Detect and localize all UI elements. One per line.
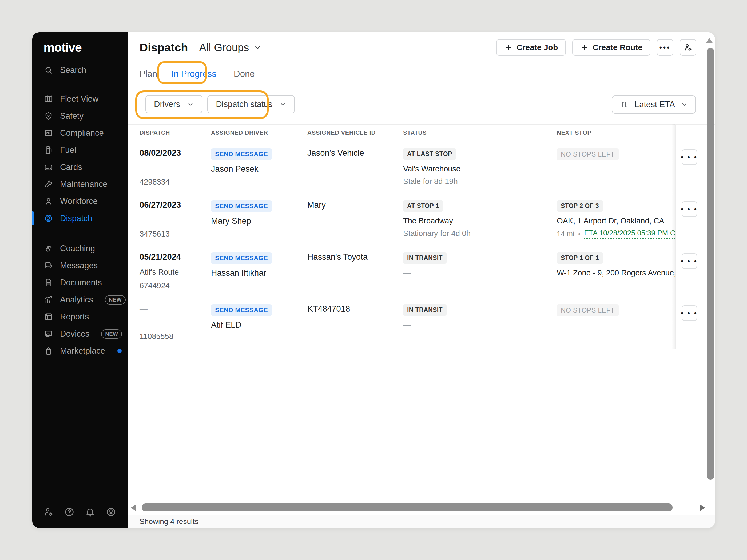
dispatch-status-filter-label: Dispatch status bbox=[216, 100, 273, 109]
vehicle-id: KT4847018 bbox=[307, 304, 403, 314]
tab-in-progress[interactable]: In Progress bbox=[171, 69, 216, 79]
dispatch-route: — bbox=[139, 216, 211, 225]
row-more-button[interactable]: ● ● ● bbox=[681, 305, 697, 321]
send-message-chip[interactable]: SEND MESSAGE bbox=[211, 252, 272, 264]
sidebar-item-label: Devices bbox=[60, 329, 89, 339]
sidebar-item-reports[interactable]: Reports bbox=[32, 308, 128, 325]
vehicle-id: Mary bbox=[307, 200, 403, 210]
sidebar-item-maintenance[interactable]: Maintenance bbox=[32, 176, 128, 193]
more-actions-button[interactable]: ••• bbox=[657, 39, 673, 56]
create-route-button[interactable]: Create Route bbox=[572, 39, 650, 56]
help-icon[interactable] bbox=[64, 507, 75, 517]
row-more-button[interactable]: ● ● ● bbox=[681, 201, 697, 217]
vehicle-cell: Hassan's Toyota bbox=[307, 252, 403, 297]
sidebar-item-cards[interactable]: Cards bbox=[32, 159, 128, 176]
sidebar-item-workforce[interactable]: Workforce bbox=[32, 193, 128, 210]
status-badge: IN TRANSIT bbox=[403, 304, 446, 316]
next-stop-badge: STOP 2 OF 3 bbox=[557, 200, 603, 212]
tab-done[interactable]: Done bbox=[234, 69, 255, 79]
user-settings-button[interactable] bbox=[680, 39, 696, 56]
chat-icon bbox=[44, 261, 53, 270]
create-job-button[interactable]: Create Job bbox=[496, 39, 566, 56]
table-row: 08/02/2023 — 4298334 SEND MESSAGE Jason … bbox=[128, 141, 715, 193]
next-stop-badge: NO STOPS LEFT bbox=[557, 304, 619, 316]
document-icon bbox=[44, 278, 53, 287]
compliance-icon bbox=[44, 129, 53, 138]
column-header-assigned-driver: ASSIGNED DRIVER bbox=[211, 129, 307, 136]
sidebar-item-compliance[interactable]: Compliance bbox=[32, 125, 128, 141]
sidebar-item-analytics[interactable]: Analytics NEW bbox=[32, 291, 128, 308]
sidebar-bottom-icons bbox=[32, 507, 128, 528]
sidebar-item-coaching[interactable]: Coaching bbox=[32, 240, 128, 257]
dispatch-id: 6744924 bbox=[139, 281, 211, 290]
vehicle-cell: Mary bbox=[307, 200, 403, 245]
credit-card-icon bbox=[44, 163, 53, 172]
tab-plan[interactable]: Plan bbox=[139, 69, 157, 79]
plus-icon bbox=[580, 43, 589, 52]
table-row: 06/27/2023 — 3475613 SEND MESSAGE Mary S… bbox=[128, 193, 715, 245]
dispatch-status-filter[interactable]: Dispatch status bbox=[207, 95, 295, 113]
group-selector[interactable]: All Groups bbox=[199, 42, 262, 54]
active-indicator bbox=[32, 211, 34, 225]
drivers-filter[interactable]: Drivers bbox=[146, 95, 203, 113]
sidebar-item-fuel[interactable]: Fuel bbox=[32, 141, 128, 159]
dispatch-date: — bbox=[139, 304, 211, 313]
driver-cell: SEND MESSAGE Jason Pesek bbox=[211, 148, 307, 193]
scrollbar-right-arrow[interactable] bbox=[699, 504, 705, 511]
tab-bar: Plan In Progress Done bbox=[139, 67, 255, 81]
notifications-bell-icon[interactable] bbox=[85, 507, 96, 517]
next-stop-badge: STOP 1 OF 1 bbox=[557, 252, 603, 264]
table-row: 05/21/2024 Atif's Route 6744924 SEND MES… bbox=[128, 245, 715, 297]
sidebar-item-label: Fleet View bbox=[60, 94, 99, 104]
send-message-chip[interactable]: SEND MESSAGE bbox=[211, 148, 272, 160]
next-stop-cell: STOP 2 OF 3 OAK, 1 Airport Dr, Oakland, … bbox=[557, 200, 675, 245]
sidebar-item-messages[interactable]: Messages bbox=[32, 257, 128, 274]
sidebar-item-safety[interactable]: Safety bbox=[32, 107, 128, 125]
status-place: — bbox=[403, 269, 557, 277]
motive-logo: motive bbox=[32, 32, 128, 54]
eta-link[interactable]: ETA 10/28/2025 05:39 PM CDT bbox=[584, 229, 675, 239]
status-place: — bbox=[403, 321, 557, 329]
row-more-button[interactable]: ● ● ● bbox=[681, 149, 697, 165]
status-place: Val's Warehouse bbox=[403, 164, 557, 174]
column-header-assigned-vehicle-id: ASSIGNED VEHICLE ID bbox=[307, 129, 403, 136]
driver-cell: SEND MESSAGE Hassan Iftikhar bbox=[211, 252, 307, 297]
ellipsis-icon: ••• bbox=[660, 46, 671, 49]
send-message-chip[interactable]: SEND MESSAGE bbox=[211, 200, 272, 212]
sidebar-item-marketplace[interactable]: Marketplace bbox=[32, 342, 128, 359]
vehicle-cell: KT4847018 bbox=[307, 304, 403, 349]
next-stop-cell: STOP 1 OF 1 W-1 Zone - 9, 200 Rogers Ave… bbox=[557, 252, 675, 297]
vertical-scrollbar-thumb[interactable] bbox=[707, 48, 714, 480]
driver-cell: SEND MESSAGE Mary Shep bbox=[211, 200, 307, 245]
sidebar-search[interactable]: Search bbox=[32, 61, 128, 79]
shopping-bag-icon bbox=[44, 346, 53, 355]
next-stop-badge: NO STOPS LEFT bbox=[557, 148, 619, 160]
user-settings-icon[interactable] bbox=[43, 507, 54, 517]
sidebar-item-label: Workforce bbox=[60, 196, 98, 206]
account-icon[interactable] bbox=[106, 507, 116, 517]
driver-name: Jason Pesek bbox=[211, 164, 307, 174]
sort-button[interactable]: Latest ETA bbox=[612, 96, 696, 114]
sidebar-item-label: Compliance bbox=[60, 128, 104, 138]
column-header-status: STATUS bbox=[403, 129, 557, 136]
status-cell: AT STOP 1 The Broadway Stationary for 4d… bbox=[403, 200, 557, 245]
next-stop-cell: NO STOPS LEFT bbox=[557, 304, 675, 349]
sidebar-item-documents[interactable]: Documents bbox=[32, 274, 128, 291]
dispatch-route: — bbox=[139, 164, 211, 173]
wrench-icon bbox=[44, 180, 53, 189]
sort-arrows-icon bbox=[620, 100, 629, 109]
row-more-button[interactable]: ● ● ● bbox=[681, 253, 697, 269]
sidebar-item-label: Safety bbox=[60, 111, 83, 121]
send-message-chip[interactable]: SEND MESSAGE bbox=[211, 304, 272, 316]
horizontal-scrollbar-thumb[interactable] bbox=[141, 504, 673, 511]
column-header-next-stop: NEXT STOP bbox=[557, 129, 675, 136]
sidebar-item-devices[interactable]: Devices NEW bbox=[32, 325, 128, 342]
dispatch-icon bbox=[44, 214, 53, 223]
scrollbar-up-arrow[interactable] bbox=[706, 38, 713, 44]
sidebar-item-fleet-view[interactable]: Fleet View bbox=[32, 90, 128, 107]
report-icon bbox=[44, 312, 53, 321]
table-row: — — 11085558 SEND MESSAGE Atif ELD KT484… bbox=[128, 297, 715, 349]
scrollbar-left-arrow[interactable] bbox=[131, 504, 136, 511]
sidebar-item-dispatch[interactable]: Dispatch bbox=[32, 210, 128, 227]
sidebar-search-label: Search bbox=[60, 65, 86, 75]
